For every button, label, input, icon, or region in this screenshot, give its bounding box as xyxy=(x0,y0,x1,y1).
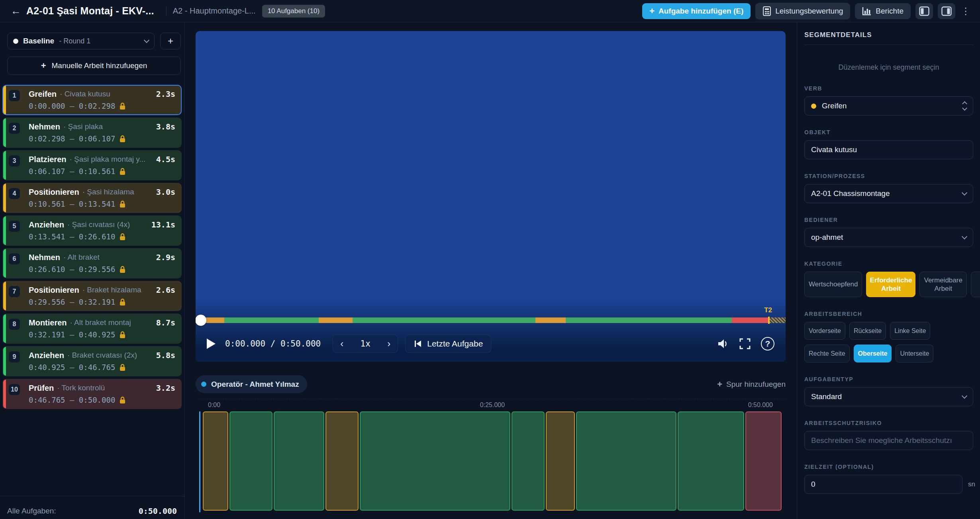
work-area-chip[interactable]: Linke Seite xyxy=(890,322,930,340)
performance-rating-button[interactable]: Leistungsbewertung xyxy=(755,3,850,20)
scrubber-segment[interactable] xyxy=(353,317,502,323)
task-type-select[interactable]: Standard xyxy=(804,387,973,406)
reports-button[interactable]: Berichte xyxy=(855,3,911,19)
category-chip[interactable]: Vermeidbare Arbeit xyxy=(919,272,966,297)
scrubber-segments xyxy=(198,317,769,323)
task-object: · Civata kutusu xyxy=(60,90,110,98)
timeline-segment-block[interactable] xyxy=(274,411,324,511)
task-verb: Anziehen xyxy=(29,220,64,229)
add-baseline-button[interactable]: + xyxy=(160,33,181,49)
work-area-chip[interactable]: Oberseite xyxy=(854,345,892,362)
timeline-segment-block[interactable] xyxy=(546,411,575,511)
scrubber-segment[interactable] xyxy=(319,317,353,323)
baseline-select[interactable]: Baseline - Round 1 xyxy=(7,33,155,49)
target-time-input[interactable] xyxy=(811,480,956,489)
toggle-left-panel-button[interactable] xyxy=(915,3,933,19)
timeline-segment-block[interactable] xyxy=(512,411,545,511)
task-list-item[interactable]: 9 Anziehen · Braket cıvatası (2x) 5.8s 0… xyxy=(2,346,182,376)
task-duration: 4.5s xyxy=(153,155,175,164)
work-area-chip[interactable]: Unterseite xyxy=(896,345,933,362)
scrubber-segment[interactable] xyxy=(566,317,665,323)
lock-icon[interactable] xyxy=(119,331,126,339)
select-segment-hint: Düzenlemek için segment seçin xyxy=(804,63,973,72)
task-category-edge xyxy=(3,216,6,245)
category-chip[interactable]: Wertschoepfend xyxy=(804,272,862,297)
lock-icon[interactable] xyxy=(119,168,126,175)
scrubber-segment[interactable] xyxy=(732,317,769,323)
timeline-segment-block[interactable] xyxy=(745,411,782,511)
lock-icon[interactable] xyxy=(119,364,126,371)
task-list-item[interactable]: 1 Greifen · Civata kutusu 2.3s 0:00.000 … xyxy=(2,85,182,115)
last-task-button[interactable]: Letzte Aufgabe xyxy=(405,335,491,353)
target-time-label: ZIELZEIT (OPTIONAL) xyxy=(804,464,980,470)
verb-select[interactable]: Greifen xyxy=(804,96,973,116)
breadcrumb[interactable]: A2 - Hauptmontage-L... xyxy=(173,6,256,16)
more-menu-button[interactable]: ⋮ xyxy=(960,6,971,17)
volume-icon[interactable] xyxy=(717,338,729,349)
task-list-item[interactable]: 7 Positionieren · Braket hizalama 2.6s 0… xyxy=(2,281,182,311)
video-player[interactable]: T2 0:00.000 / 0:50.000 ‹ 1x › Letzte Auf… xyxy=(196,31,786,362)
task-verb: Anziehen xyxy=(29,351,64,360)
bar-chart-icon xyxy=(862,7,872,16)
lock-icon[interactable] xyxy=(119,135,126,143)
work-area-chip[interactable]: Rückseite xyxy=(849,322,886,340)
work-area-chip[interactable]: Vorderseite xyxy=(804,322,845,340)
timeline-ruler: 0:000:25.0000:50.000 xyxy=(199,399,786,408)
chevron-down-icon xyxy=(962,190,967,196)
task-object: · Tork kontrolü xyxy=(57,384,105,392)
task-list-item[interactable]: 10 Prüfen · Tork kontrolü 3.2s 0:46.765 … xyxy=(2,379,182,409)
task-number-badge: 2 xyxy=(9,123,20,134)
lock-icon[interactable] xyxy=(119,102,126,110)
timeline-segment-block[interactable] xyxy=(576,411,676,511)
scrubber-segment[interactable] xyxy=(665,317,732,323)
category-chip[interactable]: V xyxy=(971,272,980,297)
timeline-playhead[interactable] xyxy=(199,411,200,512)
play-button[interactable] xyxy=(207,339,216,349)
lock-icon[interactable] xyxy=(119,200,126,208)
scrubber-segment[interactable] xyxy=(224,317,268,323)
toggle-right-panel-button[interactable] xyxy=(938,3,955,19)
task-time-range: 0:29.556 – 0:32.191 xyxy=(29,298,115,306)
help-button[interactable]: ? xyxy=(761,337,774,351)
timeline-segment-block[interactable] xyxy=(203,411,228,511)
baseline-dot-icon xyxy=(13,39,18,44)
scrubber-segment[interactable] xyxy=(535,317,566,323)
fullscreen-icon[interactable] xyxy=(739,338,751,349)
task-list-item[interactable]: 5 Anziehen · Şasi cıvatası (4x) 13.1s 0:… xyxy=(2,215,182,246)
timeline-segment-block[interactable] xyxy=(678,411,744,511)
task-list-item[interactable]: 3 Platzieren · Şasi plaka montaj y... 4.… xyxy=(2,150,182,180)
task-list-item[interactable]: 8 Montieren · Alt braket montaj 8.7s 0:3… xyxy=(2,313,182,344)
task-list-item[interactable]: 4 Positionieren · Şasi hizalama 3.0s 0:1… xyxy=(2,183,182,213)
task-number-badge: 3 xyxy=(9,155,20,166)
lock-icon[interactable] xyxy=(119,233,126,241)
category-chip[interactable]: Erforderliche Arbeit xyxy=(866,272,915,297)
timeline-segment-block[interactable] xyxy=(325,411,359,511)
video-scrubber[interactable]: T2 xyxy=(198,317,786,324)
lock-icon[interactable] xyxy=(119,298,126,306)
add-track-button[interactable]: + Spur hinzufuegen xyxy=(717,380,786,389)
lock-icon[interactable] xyxy=(119,266,126,273)
scrubber-segment[interactable] xyxy=(502,317,535,323)
timeline-segment-block[interactable] xyxy=(360,411,510,511)
work-area-chip[interactable]: Rechte Seite xyxy=(804,345,850,362)
operator-track-chip[interactable]: Operatör - Ahmet Yılmaz xyxy=(196,375,307,393)
add-manual-work-button[interactable]: + Manuelle Arbeit hinzufuegen xyxy=(7,57,181,75)
task-duration: 5.8s xyxy=(153,351,175,360)
timeline-segment-block[interactable] xyxy=(229,411,272,511)
add-task-button[interactable]: + Aufgabe hinzufügen (E) xyxy=(642,3,751,19)
speed-control[interactable]: ‹ 1x › xyxy=(333,335,398,353)
speed-decrease-icon[interactable]: ‹ xyxy=(340,338,343,349)
task-type-label: AUFGABENTYP xyxy=(804,376,980,382)
lock-icon[interactable] xyxy=(119,396,126,404)
task-list-item[interactable]: 2 Nehmen · Şasi plaka 3.8s 0:02.298 – 0:… xyxy=(2,118,182,148)
back-button[interactable]: ← xyxy=(9,4,23,18)
work-area-row-1: VorderseiteRückseiteLinke Seite xyxy=(804,322,980,340)
object-input[interactable] xyxy=(811,145,966,154)
operator-select[interactable]: op-ahmet xyxy=(804,228,973,247)
speed-increase-icon[interactable]: › xyxy=(387,338,390,349)
station-select[interactable]: A2-01 Chassismontage xyxy=(804,184,973,203)
playhead-handle[interactable] xyxy=(196,315,206,326)
scrubber-segment[interactable] xyxy=(268,317,319,323)
safety-risk-input[interactable] xyxy=(811,436,966,445)
task-list-item[interactable]: 6 Nehmen · Alt braket 2.9s 0:26.610 – 0:… xyxy=(2,248,182,278)
